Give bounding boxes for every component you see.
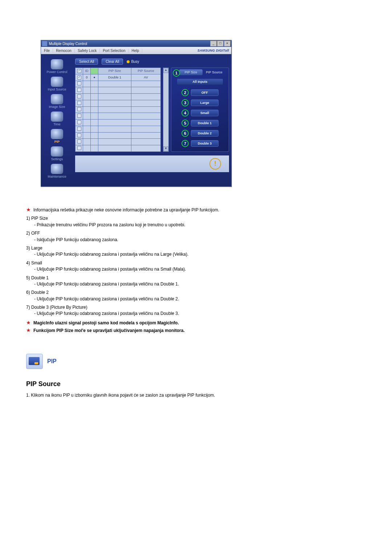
item-sub: - Prikazuje trenutnu veličinu PIP prozor… (34, 222, 366, 228)
input-source-icon (51, 77, 63, 87)
top-buttons: Select All Clear All Busy (75, 58, 229, 65)
row-checkbox[interactable] (77, 114, 81, 118)
pip-double3-button[interactable]: Double 3 (191, 140, 219, 147)
all-inputs-label: All Inputs (177, 79, 223, 85)
menu-safety-lock[interactable]: Safety Lock (75, 49, 100, 53)
cell-pip-source: AV (131, 74, 161, 81)
sidebar-item-time[interactable]: Time (41, 112, 73, 126)
sidebar-item-settings[interactable]: Settings (41, 146, 73, 161)
titlebar: Multiple Display Control _ □ × (41, 40, 231, 47)
menu-file[interactable]: File (41, 49, 53, 53)
table-row[interactable] (75, 87, 161, 94)
callout-1: 1 (173, 69, 180, 77)
note-1: MagicInfo ulazni signal postoji samo kod… (33, 320, 179, 326)
row-checkbox[interactable] (77, 146, 81, 150)
row-checkbox[interactable] (77, 101, 81, 105)
callout-4: 4 (181, 109, 189, 117)
menu-help[interactable]: Help (128, 49, 142, 53)
table-row[interactable] (75, 119, 161, 126)
menu-remocon[interactable]: Remocon (53, 49, 75, 53)
pip-icon (51, 129, 63, 139)
tab-pip-size[interactable]: PIP Size (179, 69, 203, 75)
pip-small-button[interactable]: Small (191, 110, 219, 116)
col-pip-source[interactable]: PIP Source (131, 68, 161, 74)
row-checkbox[interactable] (77, 81, 81, 85)
star-icon: ★ (26, 320, 31, 326)
col-pip-size[interactable]: PIP Size (98, 68, 131, 74)
pip-large-button[interactable]: Large (191, 100, 219, 106)
pip-section-label: PIP (47, 357, 57, 365)
pip-off-button[interactable]: OFF (191, 89, 219, 96)
table-row[interactable] (75, 126, 161, 132)
callout-6: 6 (181, 130, 189, 137)
sidebar-item-label: Settings (41, 157, 73, 161)
row-checkbox[interactable] (77, 88, 81, 92)
settings-icon (51, 146, 63, 157)
col-check[interactable] (75, 68, 83, 74)
sidebar-item-input-source[interactable]: Input Source (41, 77, 73, 91)
table-row[interactable] (75, 145, 161, 152)
pip-source-line: 1. Klikom na ikonu PIP u izborniku glavn… (26, 392, 366, 398)
callout-2: 2 (181, 89, 189, 96)
table-row[interactable] (75, 81, 161, 87)
scroll-up-button[interactable]: ▲ (163, 68, 168, 73)
row-checkbox[interactable] (77, 139, 81, 143)
item-sub: - Uključuje PIP funkciju odabranog zaslo… (34, 266, 366, 272)
document-body: ★ Informacijska rešetka prikazuje neke o… (26, 207, 366, 398)
minimize-button[interactable]: _ (210, 41, 217, 46)
maintenance-icon (51, 164, 63, 174)
cell-id: 0 (83, 74, 91, 81)
sidebar-item-label: Time (41, 122, 73, 126)
item-heading: 1) PIP Size (26, 215, 366, 222)
warning-icon: ! (209, 158, 221, 170)
row-checkbox[interactable] (77, 94, 81, 98)
close-button[interactable]: × (224, 41, 230, 46)
row-checkbox[interactable] (77, 107, 81, 111)
col-id[interactable]: ID (83, 68, 91, 74)
pip-source-heading: PIP Source (26, 379, 366, 389)
sidebar-item-pip[interactable]: PIP (41, 129, 73, 143)
pip-double2-button[interactable]: Double 2 (191, 130, 219, 137)
sidebar-item-label: PIP (41, 140, 73, 143)
app-window: Multiple Display Control _ □ × File Remo… (41, 40, 232, 187)
pip-section-icon (26, 354, 43, 369)
table-row[interactable] (75, 94, 161, 100)
row-checkbox[interactable] (77, 120, 81, 124)
star-icon: ★ (26, 207, 31, 213)
select-all-button[interactable]: Select All (75, 58, 98, 65)
scroll-down-button[interactable]: ▼ (163, 146, 168, 151)
item-sub: - Uključuje PIP funkciju odabranog zaslo… (34, 281, 366, 287)
sidebar-item-maintenance[interactable]: Maintenance (41, 164, 73, 178)
pip-control-panel: 1 PIP Size PIP Source All Inputs 2 OFF 3 (171, 68, 229, 152)
menu-port-selection[interactable]: Port Selection (100, 49, 128, 53)
sidebar-item-label: Maintenance (41, 175, 73, 178)
window-title: Multiple Display Control (49, 42, 210, 46)
table-row[interactable] (75, 139, 161, 145)
sidebar-item-power-control[interactable]: Power Control (41, 59, 73, 74)
maximize-button[interactable]: □ (217, 41, 224, 46)
menubar: File Remocon Safety Lock Port Selection … (41, 47, 231, 54)
sidebar-item-label: Power Control (41, 70, 73, 74)
tab-pip-source[interactable]: PIP Source (203, 69, 226, 75)
app-icon (42, 41, 48, 46)
row-checkbox[interactable] (77, 76, 81, 80)
status-bar: ! (75, 155, 229, 172)
sidebar-item-image-size[interactable]: Image Size (41, 94, 73, 109)
item-heading: 6) Double 2 (26, 289, 366, 296)
row-checkbox[interactable] (77, 127, 81, 131)
scrollbar[interactable]: ▲ ▼ (163, 68, 169, 152)
col-status[interactable] (91, 68, 98, 74)
sidebar-item-label: Image Size (41, 105, 73, 109)
clear-all-button[interactable]: Clear All (102, 58, 123, 65)
table-row[interactable] (75, 106, 161, 113)
table-row[interactable] (75, 132, 161, 139)
table-row[interactable] (75, 113, 161, 119)
callout-3: 3 (181, 99, 189, 106)
pip-double1-button[interactable]: Double 1 (191, 120, 219, 126)
table-row[interactable]: 0 ● Double 1 AV (75, 74, 161, 81)
item-heading: 4) Small (26, 260, 366, 266)
row-checkbox[interactable] (77, 133, 81, 137)
power-icon (51, 59, 63, 69)
table-row[interactable] (75, 100, 161, 106)
cell-pip-size: Double 1 (98, 74, 131, 81)
